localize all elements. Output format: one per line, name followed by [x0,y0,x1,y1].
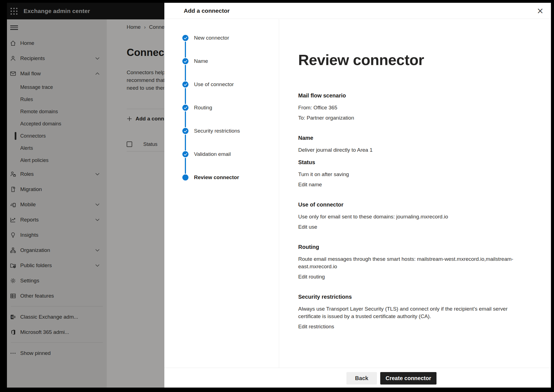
dialog-body: New connector Name Use of connector [164,19,551,368]
section-name: Name Deliver journal directly to Area 1 [298,134,525,154]
dialog-title: Add a connector [184,7,230,14]
edit-name-link[interactable]: Edit name [298,181,322,188]
step-review-connector[interactable]: Review connector [164,174,239,180]
section-status: Status Turn it on after saving Edit name [298,159,525,188]
stepper-line [185,88,186,104]
stepper-line [185,158,186,174]
dialog-header: Add a connector × [164,3,551,19]
step-routing[interactable]: Routing [164,105,212,111]
step-completed-icon [182,35,188,41]
section-routing: Routing Route email messages through the… [298,243,525,280]
step-security-restrictions[interactable]: Security restrictions [164,128,240,134]
app-window: Exchange admin center Home Recipients [7,3,551,388]
step-use-of-connector[interactable]: Use of connector [164,81,234,87]
edit-use-link[interactable]: Edit use [298,223,317,231]
close-icon: × [537,6,543,16]
section-use-of-connector: Use of connector Use only for email sent… [298,201,525,231]
screenshot-stage: Exchange admin center Home Recipients [0,0,554,392]
step-completed-icon [182,128,188,134]
step-completed-icon [182,105,188,111]
stepper-line [185,111,186,127]
review-title: Review connector [298,19,525,68]
section-mail-flow-scenario: Mail flow scenario From: Office 365 To: … [298,92,525,122]
back-button[interactable]: Back [346,372,377,385]
step-name[interactable]: Name [164,58,208,64]
stepper-line [185,65,186,81]
step-completed-icon [182,81,188,87]
review-pane: Review connector Mail flow scenario From… [298,19,525,368]
edit-routing-link[interactable]: Edit routing [298,273,325,280]
close-button[interactable]: × [534,5,546,17]
edit-restrictions-link[interactable]: Edit restrictions [298,323,334,330]
stepper-line [185,42,186,58]
add-connector-dialog: Add a connector × [164,3,551,388]
create-connector-button[interactable]: Create connector [380,372,436,385]
step-current-icon [182,174,188,180]
step-completed-icon [182,151,188,157]
step-validation-email[interactable]: Validation email [164,151,231,157]
step-new-connector[interactable]: New connector [164,35,229,41]
step-completed-icon [182,58,188,64]
dialog-footer: Back Create connector [164,368,551,388]
stepper-line [185,135,186,151]
section-security-restrictions: Security restrictions Always use Transpo… [298,293,525,330]
wizard-stepper: New connector Name Use of connector [164,19,279,368]
